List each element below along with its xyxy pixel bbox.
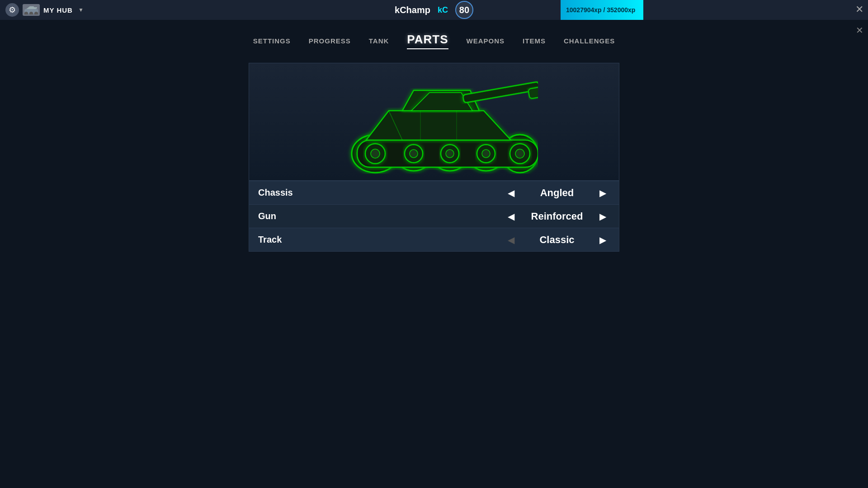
navigation: SETTINGS PROGRESS TANK PARTS WEAPONS ITE… [0,20,868,58]
parts-panel: Chassis ◀ Angled ▶ Gun ◀ Reinforced ▶ Tr… [249,63,619,252]
nav-item-parts[interactable]: PARTS [407,33,448,46]
nav-item-progress[interactable]: PROGRESS [309,37,351,45]
main-content: Chassis ◀ Angled ▶ Gun ◀ Reinforced ▶ Tr… [0,58,868,252]
tank-image [330,70,538,174]
level-badge: 80 [455,1,473,19]
gun-row: Gun ◀ Reinforced ▶ [249,204,619,228]
username: kChamp [395,5,430,15]
nav-item-challenges[interactable]: CHALLENGES [564,37,615,45]
top-bar: ⚙ MY HUB ▼ kChamp kC 80 10027904xp / 352… [0,0,868,20]
xp-label: 10027904xp / 352000xp [561,0,850,20]
svg-point-21 [515,149,524,158]
xp-bar: 10027904xp / 352000xp [561,0,850,20]
track-value: Classic [525,234,589,246]
gun-next-button[interactable]: ▶ [596,209,610,224]
gun-value: Reinforced [525,211,589,222]
svg-point-19 [446,150,454,158]
svg-rect-25 [462,81,538,103]
chassis-row: Chassis ◀ Angled ▶ [249,181,619,204]
tank-display [249,63,619,181]
tank-avatar-icon [23,4,40,16]
svg-point-20 [482,150,490,158]
chassis-prev-button[interactable]: ◀ [504,186,518,200]
svg-point-17 [371,149,380,158]
nav-item-settings[interactable]: SETTINGS [253,37,291,45]
gun-label: Gun [258,211,504,221]
close-button[interactable]: ✕ [855,4,863,15]
svg-rect-2 [33,7,37,9]
track-label: Track [258,235,504,245]
hub-label: MY HUB [43,6,73,14]
xp-bar-container: 10027904xp / 352000xp [561,0,850,20]
kc-badge: kC [438,5,448,15]
second-close-button[interactable]: ✕ [856,25,863,36]
track-next-button[interactable]: ▶ [596,233,610,247]
hub-section: ⚙ MY HUB ▼ [0,3,118,17]
nav-item-tank[interactable]: TANK [369,37,389,45]
track-selector: ◀ Classic ▶ [504,233,610,247]
chassis-label: Chassis [258,188,504,198]
chassis-value: Angled [525,187,589,199]
nav-active-underline [407,48,448,49]
track-prev-button[interactable]: ◀ [504,233,518,247]
chassis-selector: ◀ Angled ▶ [504,186,610,200]
track-row: Track ◀ Classic ▶ [249,228,619,251]
nav-item-weapons[interactable]: WEAPONS [467,37,505,45]
chassis-next-button[interactable]: ▶ [596,186,610,200]
gun-selector: ◀ Reinforced ▶ [504,209,610,224]
nav-item-parts-container: PARTS [407,33,448,49]
player-info: kChamp kC 80 [395,1,473,19]
nav-item-items[interactable]: ITEMS [523,37,546,45]
svg-marker-22 [366,111,511,140]
svg-point-18 [410,150,418,158]
hub-dropdown-icon[interactable]: ▼ [78,7,84,13]
parts-list: Chassis ◀ Angled ▶ Gun ◀ Reinforced ▶ Tr… [249,181,619,251]
gear-icon[interactable]: ⚙ [5,3,19,17]
gun-prev-button[interactable]: ◀ [504,209,518,224]
